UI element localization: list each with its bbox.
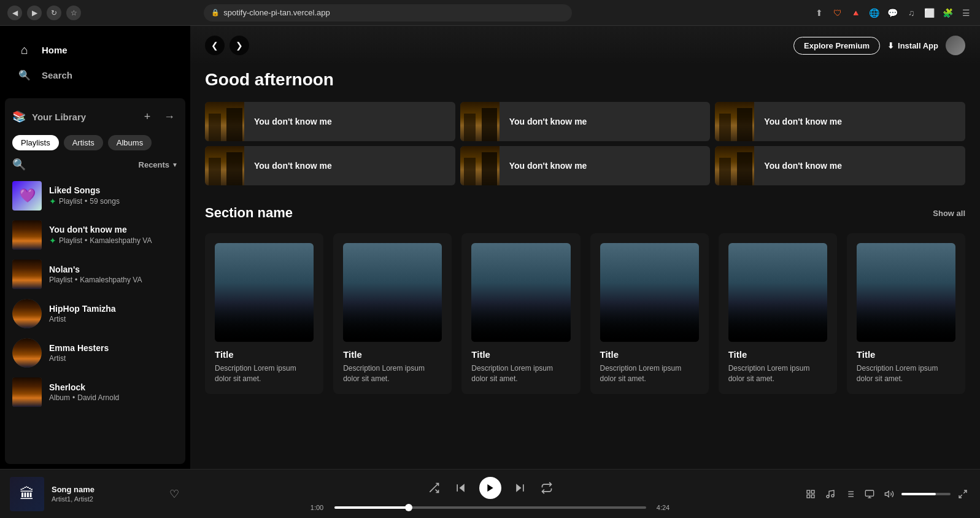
you-dont-know-me-meta: ✦ Playlist • Kamaleshpathy VA: [49, 236, 178, 245]
quick-item-3[interactable]: You don't know me: [715, 102, 965, 141]
quick-item-6[interactable]: You don't know me: [715, 146, 965, 185]
progress-fill: [334, 506, 409, 509]
next-button[interactable]: [511, 479, 528, 497]
library-item-liked-songs[interactable]: 💜 Liked Songs ✦ Playlist • 59 songs: [10, 176, 180, 215]
quick-item-2[interactable]: You don't know me: [460, 102, 711, 141]
quick-thumb-img-3: [715, 102, 754, 141]
repeat-button[interactable]: [538, 479, 555, 497]
nolans-meta: Playlist • Kamaleshpathy VA: [49, 276, 178, 284]
nav-back-button[interactable]: ❮: [205, 36, 225, 55]
sidebar-item-home[interactable]: ⌂ Home: [10, 38, 180, 62]
library-item-you-dont-know-me[interactable]: You don't know me ✦ Playlist • Kamaleshp…: [10, 215, 180, 255]
card-desc-5: Description Lorem ipsum dolor sit amet.: [728, 363, 827, 384]
url-bar[interactable]: 🔒 spotify-clone-pi-tan.vercel.app: [204, 4, 572, 21]
connect-device-button[interactable]: [862, 487, 877, 501]
recents-label: Recents: [139, 160, 170, 169]
separator: •: [85, 236, 87, 245]
search-icon: 🔍: [17, 69, 32, 81]
volume-bar[interactable]: [901, 493, 951, 495]
share-icon[interactable]: ⬆: [813, 7, 825, 19]
ai-icon[interactable]: 💬: [887, 7, 899, 19]
quick-thumb-3: [715, 102, 754, 141]
library-search-icon[interactable]: 🔍: [12, 158, 26, 171]
nolans-thumbnail: [12, 260, 42, 289]
sidebar-item-search[interactable]: 🔍 Search: [10, 64, 180, 86]
fullscreen-button[interactable]: [955, 487, 970, 501]
card-1[interactable]: Title Description Lorem ipsum dolor sit …: [205, 233, 323, 394]
heart-button[interactable]: ♡: [167, 485, 182, 503]
quick-thumb-5: [460, 146, 500, 185]
card-thumb-6: [857, 243, 955, 342]
home-icon: ⌂: [17, 43, 32, 57]
card-desc-3: Description Lorem ipsum dolor sit amet.: [471, 363, 570, 384]
library-search-row: 🔍 Recents ▼: [10, 155, 180, 176]
sherlock-thumbnail: [12, 377, 42, 407]
previous-button[interactable]: [452, 479, 469, 497]
quick-label-1: You don't know me: [244, 117, 342, 126]
card-thumb-5: [728, 243, 827, 342]
card-image-5: [728, 243, 827, 342]
library-item-nolans[interactable]: Nolan's Playlist • Kamaleshpathy VA: [10, 255, 180, 294]
recents-button[interactable]: Recents ▼: [139, 160, 178, 169]
nolans-name: Nolan's: [49, 265, 178, 274]
extensions-icon[interactable]: 🧩: [942, 7, 954, 19]
browser-bookmark-btn[interactable]: ☆: [66, 6, 81, 20]
library-item-emma-hesters[interactable]: Emma Hesters Artist: [10, 333, 180, 373]
shuffle-button[interactable]: [425, 479, 442, 497]
queue-button[interactable]: [843, 487, 857, 501]
menu-icon[interactable]: ☰: [960, 7, 973, 19]
lyrics-button[interactable]: [823, 487, 838, 501]
library-item-sherlock[interactable]: Sherlock Album • David Arnold: [10, 373, 180, 412]
card-image-3: [471, 243, 570, 342]
browser-refresh-btn[interactable]: ↻: [47, 6, 61, 20]
song-name: Song name: [52, 485, 160, 494]
pip-icon[interactable]: ⬜: [924, 7, 936, 19]
emma-hesters-type: Artist: [49, 354, 66, 363]
user-avatar[interactable]: [946, 36, 965, 55]
progress-bar[interactable]: [334, 506, 646, 509]
svg-marker-2: [459, 484, 464, 492]
vpn-icon[interactable]: 🌐: [868, 7, 881, 19]
expand-library-button[interactable]: →: [161, 108, 178, 125]
card-6[interactable]: Title Description Lorem ipsum dolor sit …: [847, 233, 965, 394]
brave-shield-icon[interactable]: 🛡: [831, 7, 844, 19]
quick-item-5[interactable]: You don't know me: [460, 146, 711, 185]
filter-chip-albums[interactable]: Albums: [108, 135, 152, 150]
library-title[interactable]: 📚 Your Library: [12, 110, 86, 123]
card-5[interactable]: Title Description Lorem ipsum dolor sit …: [719, 233, 837, 394]
show-all-button[interactable]: Show all: [933, 209, 965, 218]
sherlock-info: Sherlock Album • David Arnold: [49, 382, 178, 402]
now-playing-view-button[interactable]: [803, 487, 818, 501]
quick-label-3: You don't know me: [754, 117, 852, 126]
install-app-button[interactable]: ⬇ Install App: [887, 41, 938, 50]
now-playing-info: Song name Artist1, Artist2: [52, 485, 160, 503]
volume-button[interactable]: [882, 487, 897, 501]
quick-label-5: You don't know me: [500, 161, 597, 171]
card-3[interactable]: Title Description Lorem ipsum dolor sit …: [461, 233, 580, 394]
emma-hesters-name: Emma Hesters: [49, 343, 178, 353]
card-image-1: [215, 243, 314, 342]
add-playlist-button[interactable]: +: [139, 108, 156, 125]
brave-rewards-icon[interactable]: 🔺: [850, 7, 862, 19]
separator: •: [75, 276, 77, 284]
sherlock-name: Sherlock: [49, 382, 178, 392]
card-title-6: Title: [857, 349, 955, 360]
card-4[interactable]: Title Description Lorem ipsum dolor sit …: [590, 233, 709, 394]
music-icon[interactable]: ♫: [905, 7, 917, 19]
quick-label-2: You don't know me: [500, 117, 597, 126]
filter-chip-artists[interactable]: Artists: [64, 135, 103, 150]
quick-item-4[interactable]: You don't know me: [205, 146, 455, 185]
filter-chip-playlists[interactable]: Playlists: [12, 135, 59, 150]
url-text: spotify-clone-pi-tan.vercel.app: [223, 8, 330, 17]
nav-forward-button[interactable]: ❯: [230, 36, 249, 55]
liked-songs-count: 59 songs: [90, 197, 120, 206]
play-pause-button[interactable]: [479, 477, 501, 499]
library-item-hiphop-tamizha[interactable]: HipHop Tamizha Artist: [10, 294, 180, 333]
emma-hesters-thumb-img: [12, 338, 42, 368]
browser-back-btn[interactable]: ◀: [7, 6, 22, 20]
quick-item-1[interactable]: You don't know me: [205, 102, 455, 141]
card-2[interactable]: Title Description Lorem ipsum dolor sit …: [333, 233, 452, 394]
explore-premium-button[interactable]: Explore Premium: [793, 37, 880, 55]
browser-forward-btn[interactable]: ▶: [27, 6, 42, 20]
svg-marker-5: [516, 484, 521, 492]
